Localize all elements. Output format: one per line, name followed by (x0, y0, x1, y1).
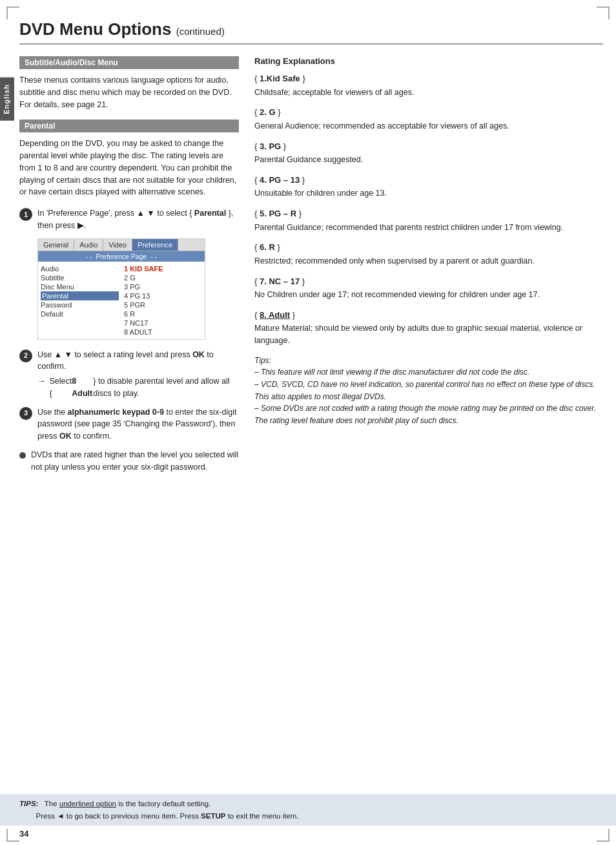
menu-item-3pg: 3 PG (124, 282, 202, 291)
rating-2-desc: General Audience; recommended as accepta… (254, 120, 603, 132)
rating-4: { 4. PG – 13 } Unsuitable for children u… (254, 174, 603, 200)
rating-5: { 5. PG – R } Parental Guidance; recomme… (254, 207, 603, 233)
right-column: Rating Explanations { 1.Kid Safe } Child… (254, 56, 603, 479)
rating-2: { 2. G } General Audience; recommended a… (254, 106, 603, 132)
footer-tips-bar: TIPS: The underlined option is the facto… (0, 794, 616, 826)
rating-3: { 3. PG } Parental Guidance suggested. (254, 140, 603, 166)
rating-1-desc: Childsafe; acceptable for viewers of all… (254, 87, 603, 99)
step-2-content: Use ▲ ▼ to select a rating level and pre… (37, 349, 239, 400)
tab-general[interactable]: General (38, 239, 74, 251)
menu-table-body: Audio Subtitle Disc Menu Parental Passwo… (38, 262, 205, 339)
step-3-content: Use the alphanumeric keypad 0-9 to enter… (37, 406, 239, 443)
step-2-arrow-note: Select { 8 Adult } to disable parental l… (37, 375, 239, 400)
step-1: 1 In 'Preference Page', press ▲ ▼ to sel… (19, 207, 239, 232)
tips-section: Tips: – This feature will not limit view… (254, 355, 603, 427)
menu-item-password: Password (41, 300, 119, 309)
menu-item-7nc17: 7 NC17 (124, 318, 202, 328)
rating-8-label: { 8. Adult } (254, 309, 603, 322)
two-column-layout: Subtitle/Audio/Disc Menu These menus con… (19, 56, 603, 479)
rating-6-label: { 6. R } (254, 241, 603, 254)
rating-5-label: { 5. PG – R } (254, 207, 603, 220)
rating-2-label: { 2. G } (254, 106, 603, 119)
bullet-icon (19, 452, 26, 459)
rating-4-label: { 4. PG – 13 } (254, 174, 603, 187)
menu-left-items: Audio Subtitle Disc Menu Parental Passwo… (41, 264, 124, 337)
menu-item-subtitle: Subtitle (41, 273, 119, 282)
step-3: 3 Use the alphanumeric keypad 0-9 to ent… (19, 406, 239, 443)
rating-7: { 7. NC – 17 } No Children under age 17;… (254, 275, 603, 301)
page-title: DVD Menu Options (continued) (19, 19, 603, 45)
tab-audio[interactable]: Audio (74, 239, 103, 251)
menu-right-items: 1 KID SAFE 2 G 3 PG 4 PG 13 5 PGR 6 R 7 … (124, 264, 202, 337)
rating-7-label: { 7. NC – 17 } (254, 275, 603, 288)
step-1-content: In 'Preference Page', press ▲ ▼ to selec… (37, 207, 239, 232)
rating-7-desc: No Children under age 17; not recommende… (254, 289, 603, 301)
menu-tabs: General Audio Video Preference (38, 239, 205, 251)
tab-video[interactable]: Video (103, 239, 132, 251)
rating-6-desc: Restricted; recommended only when superv… (254, 255, 603, 267)
step-2-number: 2 (19, 349, 32, 362)
tips-label: Tips: (254, 355, 603, 367)
step-3-number: 3 (19, 407, 32, 420)
menu-item-8adult: 8 ADULT (124, 328, 202, 337)
rating-title: Rating Explanations (254, 56, 603, 66)
corner-tl (6, 6, 19, 19)
rating-6: { 6. R } Restricted; recommended only wh… (254, 241, 603, 267)
corner-bl (6, 829, 19, 842)
rating-1: { 1.Kid Safe } Childsafe; acceptable for… (254, 72, 603, 98)
menu-item-audio: Audio (41, 264, 119, 273)
menu-table: General Audio Video Preference - - Prefe… (37, 238, 205, 340)
rating-4-desc: Unsuitable for children under age 13. (254, 187, 603, 200)
tip-3: – Some DVDs are not coded with a rating … (254, 402, 603, 426)
left-column: Subtitle/Audio/Disc Menu These menus con… (19, 56, 239, 479)
menu-item-6r: 6 R (124, 309, 202, 318)
rating-1-label: { 1.Kid Safe } (254, 72, 603, 85)
footer-tips-label: TIPS: (19, 800, 38, 808)
parental-section-body: Depending on the DVD, you may be asked t… (19, 138, 239, 198)
rating-8-desc: Mature Material; should be viewed only b… (254, 322, 603, 347)
bullet-note: DVDs that are rated higher than the leve… (19, 449, 239, 474)
rating-3-label: { 3. PG } (254, 140, 603, 153)
step-2: 2 Use ▲ ▼ to select a rating level and p… (19, 349, 239, 400)
menu-item-default: Default (41, 309, 119, 318)
tip-2: – VCD, SVCD, CD have no level indication… (254, 379, 603, 402)
menu-item-5pgr: 5 PGR (124, 300, 202, 309)
subtitle-section-header: Subtitle/Audio/Disc Menu (19, 56, 239, 69)
rating-3-desc: Parental Guidance suggested. (254, 154, 603, 166)
corner-tr (597, 6, 610, 19)
menu-item-parental: Parental (41, 291, 119, 300)
step-1-number: 1 (19, 208, 32, 221)
menu-table-header: - - Preference Page - - (38, 251, 205, 262)
menu-item-4pg13: 4 PG 13 (124, 291, 202, 300)
menu-item-disc-menu: Disc Menu (41, 282, 119, 291)
subtitle-section: Subtitle/Audio/Disc Menu These menus con… (19, 56, 239, 110)
menu-item-2g: 2 G (124, 273, 202, 282)
corner-br (597, 829, 610, 842)
underlined-option: underlined option (59, 800, 116, 808)
rating-5-desc: Parental Guidance; recommended that pare… (254, 222, 603, 234)
tab-preference[interactable]: Preference (132, 239, 178, 251)
parental-section: Parental Depending on the DVD, you may b… (19, 120, 239, 198)
bullet-note-content: DVDs that are rated higher than the leve… (31, 449, 239, 474)
tip-1: – This feature will not limit viewing if… (254, 366, 603, 379)
page-number: 34 (19, 829, 28, 839)
page-container: English DVD Menu Options (continued) Sub… (0, 0, 616, 845)
subtitle-section-body: These menus contains various language op… (19, 74, 239, 110)
language-side-tab: English (0, 78, 14, 121)
rating-8: { 8. Adult } Mature Material; should be … (254, 309, 603, 347)
parental-section-header: Parental (19, 120, 239, 132)
menu-item-1-kid-safe: 1 KID SAFE (124, 264, 202, 273)
